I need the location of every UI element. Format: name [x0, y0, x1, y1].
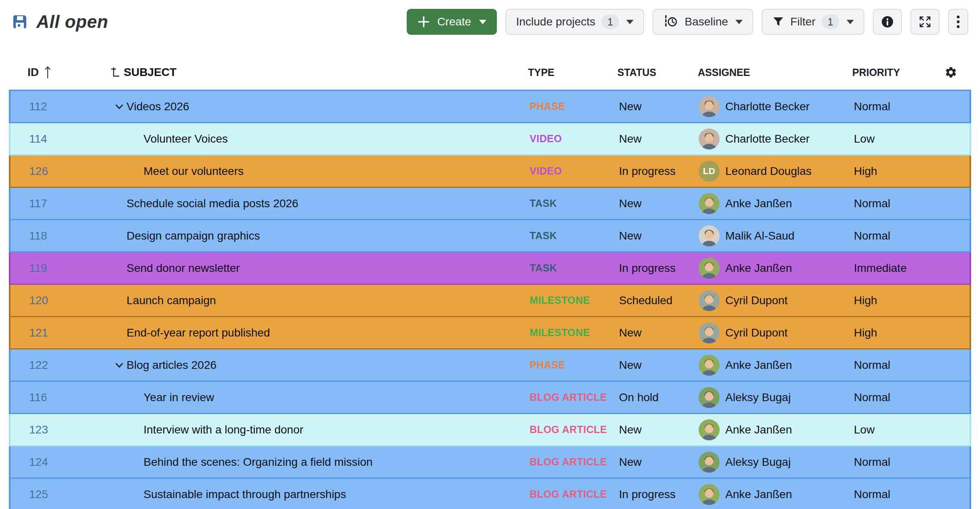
- row-id[interactable]: 117: [11, 188, 108, 219]
- row-subject[interactable]: Interview with a long-time donor: [144, 423, 303, 436]
- row-id[interactable]: 112: [11, 91, 108, 122]
- assignee-name[interactable]: Cyril Dupont: [725, 326, 788, 339]
- assignee-name[interactable]: Cyril Dupont: [725, 294, 788, 307]
- row-assignee[interactable]: Cyril Dupont: [695, 317, 850, 348]
- row-priority[interactable]: Low: [850, 414, 940, 445]
- table-row[interactable]: 120Launch campaignMILESTONEScheduledCyri…: [9, 285, 971, 317]
- baseline-button[interactable]: Baseline: [653, 9, 753, 35]
- row-priority[interactable]: Normal: [850, 479, 940, 509]
- row-priority[interactable]: Normal: [850, 349, 940, 381]
- row-priority[interactable]: Normal: [850, 382, 940, 413]
- table-row[interactable]: 126Meet our volunteersVIDEOIn progressLD…: [9, 156, 971, 188]
- table-row[interactable]: 112Videos 2026PHASENewCharlotte BeckerNo…: [9, 91, 971, 123]
- table-row[interactable]: 117Schedule social media posts 2026TASKN…: [9, 188, 971, 220]
- row-subject[interactable]: Behind the scenes: Organizing a field mi…: [144, 456, 373, 469]
- table-row[interactable]: 124Behind the scenes: Organizing a field…: [9, 446, 971, 479]
- row-assignee[interactable]: Anke Janßen: [695, 252, 850, 284]
- row-subject[interactable]: Schedule social media posts 2026: [127, 197, 298, 210]
- save-view-icon[interactable]: [12, 14, 27, 29]
- row-id[interactable]: 124: [11, 446, 108, 477]
- row-type[interactable]: BLOG ARTICLE: [526, 479, 615, 509]
- row-type[interactable]: PHASE: [526, 91, 615, 122]
- row-subject[interactable]: Volunteer Voices: [144, 133, 228, 145]
- column-header-type[interactable]: TYPE: [524, 67, 613, 78]
- assignee-name[interactable]: Anke Janßen: [725, 423, 792, 436]
- assignee-name[interactable]: Charlotte Becker: [725, 100, 810, 113]
- row-subject[interactable]: End-of-year report published: [127, 326, 270, 339]
- create-button[interactable]: Create: [407, 9, 497, 35]
- row-status[interactable]: Scheduled: [615, 285, 695, 316]
- row-id[interactable]: 122: [11, 349, 108, 381]
- row-type[interactable]: TASK: [526, 252, 615, 284]
- row-status[interactable]: In progress: [615, 252, 695, 284]
- table-row[interactable]: 114Volunteer VoicesVIDEONewCharlotte Bec…: [9, 123, 971, 156]
- table-row[interactable]: 119Send donor newsletterTASKIn progressA…: [9, 252, 971, 285]
- column-header-assignee[interactable]: ASSIGNEE: [694, 67, 848, 78]
- row-priority[interactable]: Normal: [850, 220, 940, 251]
- filter-button[interactable]: Filter 1: [762, 9, 864, 35]
- assignee-name[interactable]: Anke Janßen: [725, 197, 792, 210]
- row-id[interactable]: 119: [11, 252, 108, 284]
- assignee-name[interactable]: Anke Janßen: [725, 262, 792, 275]
- row-type[interactable]: VIDEO: [526, 123, 615, 154]
- row-id[interactable]: 118: [11, 220, 108, 251]
- row-status[interactable]: New: [615, 123, 695, 154]
- row-subject[interactable]: Sustainable impact through partnerships: [144, 488, 346, 501]
- table-row[interactable]: 123Interview with a long-time donorBLOG …: [9, 414, 971, 446]
- row-assignee[interactable]: Cyril Dupont: [695, 285, 850, 316]
- table-row[interactable]: 121End-of-year report publishedMILESTONE…: [9, 317, 971, 349]
- row-type[interactable]: PHASE: [526, 349, 615, 381]
- row-priority[interactable]: Immediate: [850, 252, 940, 284]
- fullscreen-button[interactable]: [910, 9, 940, 35]
- table-row[interactable]: 125Sustainable impact through partnershi…: [9, 479, 971, 509]
- column-header-priority[interactable]: PRIORITY: [848, 67, 939, 78]
- assignee-name[interactable]: Anke Janßen: [725, 359, 792, 372]
- column-header-status[interactable]: STATUS: [613, 67, 694, 78]
- assignee-name[interactable]: Charlotte Becker: [725, 133, 810, 145]
- assignee-name[interactable]: Leonard Douglas: [725, 165, 811, 178]
- row-id[interactable]: 116: [11, 382, 108, 413]
- row-type[interactable]: MILESTONE: [526, 317, 615, 348]
- row-type[interactable]: BLOG ARTICLE: [526, 382, 615, 413]
- row-status[interactable]: New: [615, 446, 695, 477]
- table-settings-gear-icon[interactable]: [939, 66, 971, 79]
- row-subject[interactable]: Launch campaign: [127, 294, 216, 307]
- row-id[interactable]: 120: [11, 285, 108, 316]
- row-id[interactable]: 121: [11, 317, 108, 348]
- column-header-id[interactable]: ID: [9, 65, 106, 79]
- row-subject[interactable]: Videos 2026: [127, 100, 189, 113]
- row-id[interactable]: 114: [11, 123, 108, 154]
- assignee-name[interactable]: Malik Al-Saud: [725, 229, 794, 242]
- info-button[interactable]: [873, 9, 902, 35]
- row-priority[interactable]: Normal: [850, 91, 940, 122]
- row-assignee[interactable]: Anke Janßen: [695, 479, 850, 509]
- row-type[interactable]: TASK: [526, 188, 615, 219]
- row-assignee[interactable]: Charlotte Becker: [695, 91, 850, 122]
- row-type[interactable]: MILESTONE: [526, 285, 615, 316]
- row-priority[interactable]: High: [850, 156, 940, 187]
- row-status[interactable]: In progress: [615, 479, 695, 509]
- row-subject[interactable]: Year in review: [144, 391, 214, 404]
- row-id[interactable]: 126: [11, 156, 108, 187]
- row-subject[interactable]: Blog articles 2026: [127, 359, 217, 372]
- row-id[interactable]: 125: [11, 479, 108, 509]
- row-subject[interactable]: Meet our volunteers: [144, 165, 243, 178]
- row-priority[interactable]: High: [850, 285, 940, 316]
- row-type[interactable]: BLOG ARTICLE: [526, 414, 615, 445]
- row-status[interactable]: New: [615, 317, 695, 348]
- row-assignee[interactable]: Anke Janßen: [695, 349, 850, 381]
- row-id[interactable]: 123: [11, 414, 108, 445]
- assignee-name[interactable]: Aleksy Bugaj: [725, 391, 791, 404]
- row-status[interactable]: New: [615, 220, 695, 251]
- row-assignee[interactable]: Malik Al-Saud: [695, 220, 850, 251]
- table-row[interactable]: 116Year in reviewBLOG ARTICLEOn holdAlek…: [9, 382, 971, 414]
- row-assignee[interactable]: Aleksy Bugaj: [695, 446, 850, 477]
- row-priority[interactable]: High: [850, 317, 940, 348]
- row-assignee[interactable]: LDLeonard Douglas: [695, 156, 850, 187]
- row-status[interactable]: New: [615, 188, 695, 219]
- table-row[interactable]: 118Design campaign graphicsTASKNewMalik …: [9, 220, 971, 252]
- row-status[interactable]: New: [615, 414, 695, 445]
- row-type[interactable]: TASK: [526, 220, 615, 251]
- row-type[interactable]: BLOG ARTICLE: [526, 446, 615, 477]
- row-assignee[interactable]: Anke Janßen: [695, 414, 850, 445]
